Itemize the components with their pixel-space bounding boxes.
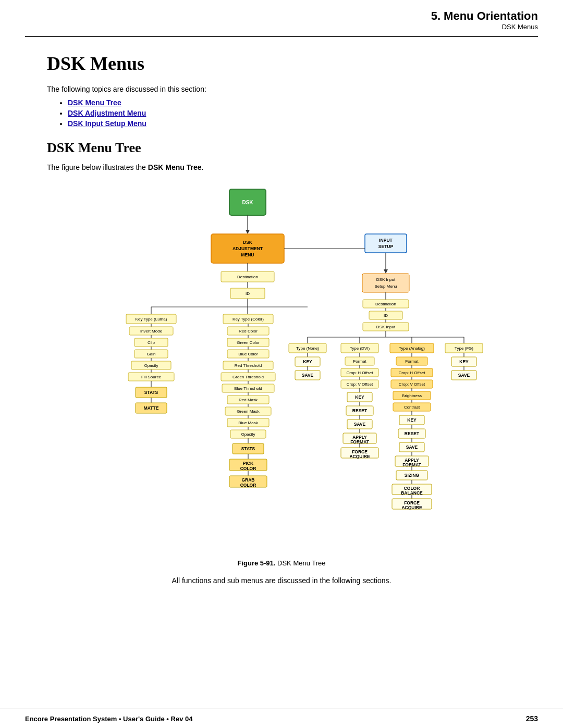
green-color-label: Green Color — [237, 340, 260, 345]
red-thresh-label: Red Threshold — [235, 363, 262, 368]
crop-v-analog-label: Crop: V Offset — [399, 382, 425, 387]
dsk-input-label2: DSK Input — [376, 325, 396, 329]
id-label: ID — [246, 291, 250, 296]
dsk-adj-label-2: ADJUSTMENT — [232, 246, 263, 251]
list-item-1: DSK Menu Tree — [68, 98, 516, 107]
chapter-title: 5. Menu Orientation — [431, 9, 538, 23]
dsk-input-setup-node — [362, 274, 409, 292]
reset-dvi-label: RESET — [352, 408, 368, 413]
arrow-down-1 — [246, 230, 250, 234]
crop-h-analog-label: Crop: H Offset — [399, 371, 426, 375]
pick-color-label-1: PICK — [243, 461, 254, 466]
grab-color-label-1: GRAB — [241, 477, 254, 483]
key-none-label: KEY — [303, 359, 312, 364]
fill-source-label: Fill Source — [141, 375, 161, 379]
bullet-list: DSK Menu Tree DSK Adjustment Menu DSK In… — [47, 98, 516, 128]
type-fg-label: Type (FG) — [455, 346, 473, 351]
opacity-label: Opacity — [144, 363, 158, 368]
matte-label: MATTE — [144, 405, 159, 411]
crop-v-dvi-label: Crop: V Offset — [347, 382, 373, 387]
dsk-input-label-1: DSK Input — [376, 277, 396, 282]
figure-text-bold: DSK Menu Tree — [148, 163, 202, 171]
link-dsk-menu-tree[interactable]: DSK Menu Tree — [68, 98, 121, 107]
section-title: DSK Menus — [47, 53, 516, 75]
blue-mask-label: Blue Mask — [238, 421, 258, 425]
crop-h-dvi-label: Crop: H Offset — [347, 371, 374, 375]
dsk-adj-label-3: MENU — [241, 252, 254, 257]
force-acq-dvi-2: ACQUIRE — [349, 454, 370, 459]
dsk-adj-label-1: DSK — [243, 240, 253, 245]
grab-color-label-2: COLOR — [240, 483, 256, 488]
link-dsk-adjustment-menu[interactable]: DSK Adjustment Menu — [68, 109, 146, 117]
tree-svg: DSK DSK ADJUSTMENT MENU INPUT SETUP — [68, 184, 495, 549]
key-fg-label: KEY — [459, 359, 469, 364]
contrast-label: Contrast — [404, 405, 420, 410]
force-acq-analog-2: ACQUIRE — [401, 505, 422, 510]
figure-caption: Figure 5-91. DSK Menu Tree — [47, 559, 516, 567]
subsection-title: DSK Menu Tree — [47, 140, 516, 156]
pick-color-label-2: COLOR — [240, 466, 256, 471]
figure-caption-text: DSK Menu Tree — [277, 559, 326, 567]
blue-color-label: Blue Color — [238, 352, 258, 356]
dsk-root-label: DSK — [242, 200, 253, 205]
opacity-r-label: Opacity — [241, 432, 255, 437]
intro-text: The following topics are discussed in th… — [47, 85, 516, 93]
red-color-label: Red Color — [239, 329, 258, 334]
link-dsk-input-setup-menu[interactable]: DSK Input Setup Menu — [68, 119, 146, 128]
type-none-label: Type (None) — [296, 346, 319, 351]
input-setup-label-2: SETUP — [378, 244, 394, 249]
format-analog-label: Format — [405, 359, 419, 364]
clip-label: Clip — [148, 340, 155, 345]
save-fg-label: SAVE — [458, 373, 470, 378]
header-right: 5. Menu Orientation DSK Menus — [431, 9, 538, 31]
header-subtitle: DSK Menus — [431, 23, 538, 31]
footer-left: Encore Presentation System • User's Guid… — [25, 715, 192, 723]
save-dvi-label: SAVE — [354, 422, 366, 427]
red-mask-label: Red Mask — [239, 398, 258, 402]
page-container: 5. Menu Orientation DSK Menus DSK Menus … — [0, 0, 563, 728]
brightness-label: Brightness — [402, 393, 422, 398]
key-luma-label: Key Type (Luma) — [136, 317, 167, 322]
dsk-input-label-2: Setup Menu — [374, 284, 397, 289]
gain-label: Gain — [147, 352, 156, 356]
page-header: 5. Menu Orientation DSK Menus — [0, 0, 563, 33]
dest-dsk-label: Destination — [375, 302, 396, 306]
id-dsk-label: ID — [384, 313, 388, 318]
key-color-label: Key Type (Color) — [232, 317, 264, 322]
invert-label: Invert Mode — [140, 329, 163, 334]
list-item-3: DSK Input Setup Menu — [68, 119, 516, 128]
stats-right-label: STATS — [241, 446, 255, 451]
blue-thresh-label: Blue Threshold — [234, 386, 262, 391]
green-mask-label: Green Mask — [237, 409, 260, 414]
stats-left-label: STATS — [144, 390, 158, 395]
figure-text: The figure below illustrates the DSK Men… — [47, 163, 516, 171]
type-analog-label: Type (Analog) — [399, 346, 425, 351]
reset-analog-label: RESET — [405, 431, 420, 436]
type-dvi-label: Type (DVI) — [350, 346, 370, 351]
all-functions-text: All functions and sub menus are discusse… — [47, 576, 516, 585]
page-footer: Encore Presentation System • User's Guid… — [0, 709, 563, 728]
sizing-label: SIZING — [405, 473, 420, 478]
key-analog-label: KEY — [407, 417, 417, 423]
green-thresh-label: Green Threshold — [232, 375, 264, 379]
dest-label: Destination — [237, 275, 258, 279]
save-none-label: SAVE — [302, 373, 314, 378]
arrow-input-down — [384, 269, 388, 274]
save-analog-label: SAVE — [406, 445, 418, 450]
tree-diagram: DSK DSK ADJUSTMENT MENU INPUT SETUP — [68, 184, 495, 551]
format-dvi-label: Format — [353, 359, 366, 364]
list-item-2: DSK Adjustment Menu — [68, 109, 516, 117]
input-setup-node — [365, 234, 407, 253]
input-setup-label-1: INPUT — [379, 238, 393, 243]
main-content: DSK Menus The following topics are discu… — [0, 37, 563, 611]
key-dvi-label: KEY — [355, 394, 364, 400]
footer-right: 253 — [526, 714, 538, 723]
figure-caption-prefix: Figure 5-91. — [237, 559, 275, 567]
